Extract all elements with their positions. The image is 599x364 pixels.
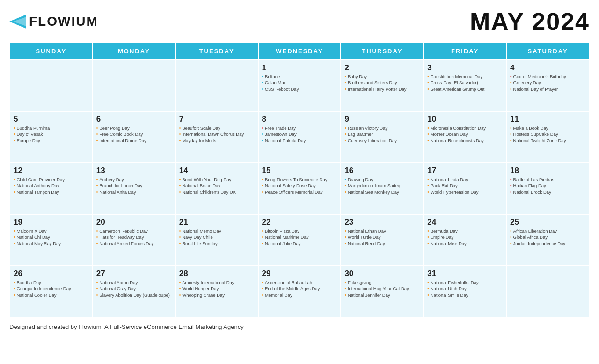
calendar-day-cell: 20Cameroon Republic DayHats for Headway …	[93, 214, 175, 266]
day-number: 29	[262, 269, 337, 278]
calendar-day-cell: 15Bring Flowers To Someone DayNational S…	[258, 163, 341, 214]
event-item: Haitian Flag Day	[510, 183, 585, 189]
flowium-logo-icon	[9, 15, 26, 29]
event-item: Buddha Purnima	[14, 125, 89, 131]
event-item: Whooping Crane Day	[179, 292, 255, 298]
event-item: Navy Day Chile	[179, 234, 255, 240]
event-item: Malcolm X Day	[14, 228, 89, 234]
day-number: 5	[14, 115, 89, 124]
day-number: 10	[427, 115, 503, 124]
event-list: National Linda DayPack Rat DayWorld Hype…	[427, 177, 503, 195]
event-item: Brunch for Lunch Day	[96, 183, 172, 189]
event-item: National Bruce Day	[179, 183, 255, 189]
event-item: Archery Day	[96, 177, 172, 182]
day-number: 26	[14, 269, 89, 278]
event-item: National Children's Day UK	[179, 189, 255, 195]
day-number: 8	[262, 115, 337, 124]
event-item: National Armed Forces Day	[96, 241, 172, 247]
event-list: National Fisherfolks DayNational Utah Da…	[427, 280, 503, 298]
event-item: Great American Grump Out	[427, 87, 503, 92]
event-item: International Harry Potter Day	[344, 87, 420, 92]
event-item: Lag BaOmer	[344, 131, 420, 137]
month-title: MAY 2024	[470, 7, 590, 36]
event-item: World Hypertension Day	[427, 189, 503, 195]
event-list: Baby DayBrothers and Sisters DayInternat…	[344, 74, 420, 92]
event-list: Bitcoin Pizza DayNational Maritime DayNa…	[262, 228, 337, 247]
calendar-day-cell	[506, 266, 589, 317]
event-item: Bermuda Day	[427, 228, 503, 234]
event-item: National Julie Day	[262, 241, 337, 247]
event-item: Jamestown Day	[262, 131, 337, 137]
event-item: National Tampon Day	[14, 189, 89, 195]
event-list: Archery DayBrunch for Lunch DayNational …	[96, 177, 172, 195]
calendar-table: SUNDAYMONDAYTUESDAYWEDNESDAYTHURSDAYFRID…	[9, 42, 590, 318]
event-item: Peace Officers Memorial Day	[262, 189, 337, 195]
event-list: FakesgivingInternational Hug Your Cat Da…	[344, 280, 420, 298]
calendar-day-cell: 21National Memo DayNavy Day ChileRural L…	[175, 214, 258, 266]
event-list: Beer Pong DayFree Comic Book DayInternat…	[96, 125, 172, 144]
event-item: Georgia Independence Day	[14, 286, 89, 291]
day-number: 4	[510, 63, 585, 73]
calendar-day-cell: 16Drawing DayMartyrdom of Imam SadeqNati…	[341, 163, 424, 214]
event-item: Greenery Day	[510, 80, 585, 86]
day-number: 16	[344, 166, 420, 175]
event-item: Buddha Day	[14, 280, 89, 285]
calendar-day-cell: 26Buddha DayGeorgia Independence DayNati…	[10, 266, 93, 317]
calendar-day-cell: 23National Ethan DayWorld Turtle DayNati…	[341, 214, 424, 266]
header: FLOWIUM MAY 2024	[9, 7, 590, 36]
calendar-day-cell: 4God of Medicine's BirthdayGreenery DayN…	[506, 60, 589, 111]
event-item: Jordan Independence Day	[510, 241, 585, 247]
event-list: Beaufort Scale DayInternational Dawn Cho…	[179, 125, 255, 144]
calendar-day-cell	[93, 60, 175, 111]
event-item: Fakesgiving	[344, 280, 420, 285]
event-item: Mayday for Mutts	[179, 138, 255, 144]
calendar-day-cell: 19Malcolm X DayNational Chi DayNational …	[10, 214, 93, 266]
event-item: Beltane	[262, 74, 337, 80]
event-item: Constitution Memorial Day	[427, 74, 503, 80]
event-list: National Aaron DayNational Gray DaySlave…	[96, 280, 172, 298]
calendar-day-cell: 30FakesgivingInternational Hug Your Cat …	[341, 266, 424, 317]
calendar-day-cell: 18Battle of Las PiedrasHaitian Flag DayN…	[506, 163, 589, 214]
event-item: Cross Day (El Salvador)	[427, 80, 503, 86]
event-item: CSS Reboot Day	[262, 87, 337, 92]
day-of-week-header: MONDAY	[93, 43, 175, 60]
event-item: National Day of Prayer	[510, 87, 585, 92]
event-item: Pack Rat Day	[427, 183, 503, 189]
event-list: Make a Book DayHostess CupCake DayNation…	[510, 125, 585, 144]
day-number: 3	[427, 63, 503, 73]
event-list: National Ethan DayWorld Turtle DayNation…	[344, 228, 420, 247]
day-number: 24	[427, 218, 503, 227]
event-list: Child Care Provider DayNational Anthony …	[14, 177, 89, 195]
event-item: Hats for Headway Day	[96, 234, 172, 240]
event-item: Europe Day	[14, 138, 89, 144]
event-item: Battle of Las Piedras	[510, 177, 585, 182]
day-of-week-header: FRIDAY	[424, 43, 506, 60]
event-item: National Mike Day	[427, 241, 503, 247]
event-item: National Safety Dose Day	[262, 183, 337, 189]
event-item: Baby Day	[344, 74, 420, 80]
event-list: BeltaneCalan MaiCSS Reboot Day	[262, 74, 337, 92]
event-item: National Smile Day	[427, 292, 503, 298]
calendar-day-cell	[175, 60, 258, 111]
day-number: 6	[96, 115, 172, 124]
day-number: 18	[510, 166, 585, 175]
event-item: Beaufort Scale Day	[179, 125, 255, 131]
event-item: Memorial Day	[262, 292, 337, 298]
event-item: Bring Flowers To Someone Day	[262, 177, 337, 182]
event-item: National Maritime Day	[262, 234, 337, 240]
day-number: 2	[344, 63, 420, 73]
calendar-day-cell: 10Micronesia Constitution DayMother Ocea…	[424, 111, 506, 163]
event-item: End of the Middle Ages Day	[262, 286, 337, 291]
logo-text: FLOWIUM	[29, 14, 98, 29]
event-list: African Liberation DayGlobal Africa DayJ…	[510, 228, 585, 247]
calendar-day-cell: 7Beaufort Scale DayInternational Dawn Ch…	[175, 111, 258, 163]
day-number: 11	[510, 115, 585, 124]
calendar-day-cell: 11Make a Book DayHostess CupCake DayNati…	[506, 111, 589, 163]
event-item: Micronesia Constitution Day	[427, 125, 503, 131]
day-number: 25	[510, 218, 585, 227]
calendar-day-cell: 25African Liberation DayGlobal Africa Da…	[506, 214, 589, 266]
event-list: Constitution Memorial DayCross Day (El S…	[427, 74, 503, 92]
day-of-week-header: SATURDAY	[506, 43, 589, 60]
calendar-header-row: SUNDAYMONDAYTUESDAYWEDNESDAYTHURSDAYFRID…	[10, 43, 589, 60]
event-item: International Dawn Chorus Day	[179, 131, 255, 137]
